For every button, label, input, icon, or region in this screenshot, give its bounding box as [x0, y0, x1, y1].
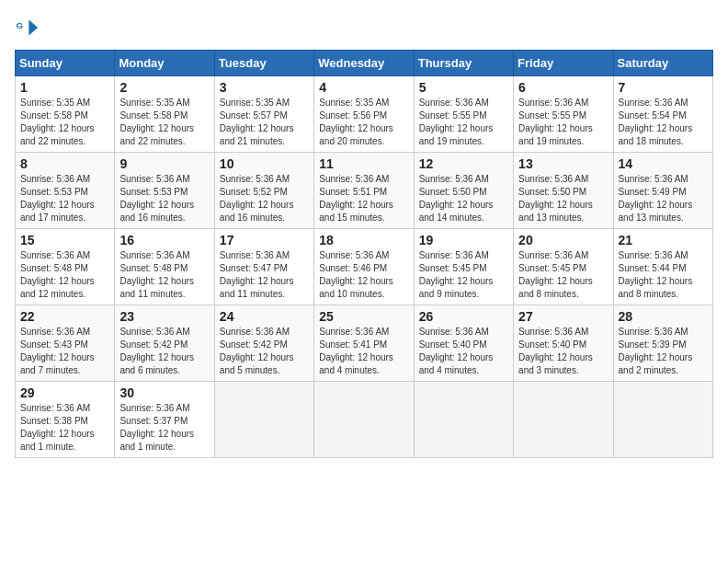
calendar-day-14: 14 Sunrise: 5:36 AMSunset: 5:49 PMDaylig…	[613, 153, 712, 229]
calendar-week-4: 22 Sunrise: 5:36 AMSunset: 5:43 PMDaylig…	[16, 305, 713, 382]
day-info: Sunrise: 5:36 AMSunset: 5:39 PMDaylight:…	[619, 327, 693, 375]
day-number: 11	[319, 156, 408, 171]
day-info: Sunrise: 5:36 AMSunset: 5:53 PMDaylight:…	[20, 174, 95, 223]
day-number: 29	[20, 385, 109, 400]
day-number: 1	[20, 80, 109, 95]
logo-icon: G	[15, 15, 40, 40]
day-number: 28	[619, 309, 708, 324]
calendar-day-1: 1 Sunrise: 5:35 AMSunset: 5:58 PMDayligh…	[16, 76, 115, 153]
day-number: 23	[119, 309, 209, 324]
day-info: Sunrise: 5:36 AMSunset: 5:55 PMDaylight:…	[518, 98, 593, 146]
calendar-day-9: 9 Sunrise: 5:36 AMSunset: 5:53 PMDayligh…	[115, 153, 214, 229]
calendar-day-24: 24 Sunrise: 5:36 AMSunset: 5:42 PMDaylig…	[214, 305, 313, 382]
day-info: Sunrise: 5:36 AMSunset: 5:44 PMDaylight:…	[619, 250, 693, 299]
day-info: Sunrise: 5:36 AMSunset: 5:45 PMDaylight:…	[518, 250, 593, 299]
calendar-day-22: 22 Sunrise: 5:36 AMSunset: 5:43 PMDaylig…	[16, 305, 115, 382]
day-info: Sunrise: 5:36 AMSunset: 5:40 PMDaylight:…	[419, 327, 494, 375]
day-number: 17	[220, 233, 309, 247]
day-number: 3	[220, 80, 309, 95]
day-info: Sunrise: 5:35 AMSunset: 5:56 PMDaylight:…	[319, 98, 393, 146]
calendar-day-8: 8 Sunrise: 5:36 AMSunset: 5:53 PMDayligh…	[16, 153, 115, 229]
day-info: Sunrise: 5:36 AMSunset: 5:38 PMDaylight:…	[20, 403, 95, 452]
calendar-day-empty	[514, 382, 613, 458]
day-number: 6	[518, 80, 608, 95]
calendar-day-27: 27 Sunrise: 5:36 AMSunset: 5:40 PMDaylig…	[514, 305, 613, 382]
day-info: Sunrise: 5:36 AMSunset: 5:53 PMDaylight:…	[119, 174, 194, 223]
day-number: 22	[20, 309, 109, 324]
day-info: Sunrise: 5:36 AMSunset: 5:42 PMDaylight:…	[119, 327, 194, 375]
day-info: Sunrise: 5:36 AMSunset: 5:51 PMDaylight:…	[319, 174, 393, 223]
calendar-header-tuesday: Tuesday	[214, 51, 313, 76]
day-number: 14	[619, 156, 708, 171]
calendar-day-12: 12 Sunrise: 5:36 AMSunset: 5:50 PMDaylig…	[414, 153, 513, 229]
day-number: 4	[319, 80, 408, 95]
calendar-day-18: 18 Sunrise: 5:36 AMSunset: 5:46 PMDaylig…	[314, 229, 414, 305]
day-info: Sunrise: 5:36 AMSunset: 5:55 PMDaylight:…	[419, 98, 494, 146]
svg-text:G: G	[16, 20, 23, 30]
calendar-day-4: 4 Sunrise: 5:35 AMSunset: 5:56 PMDayligh…	[314, 76, 414, 153]
day-number: 24	[220, 309, 309, 324]
calendar-header-friday: Friday	[514, 51, 613, 76]
calendar-day-empty	[414, 382, 513, 458]
calendar-day-13: 13 Sunrise: 5:36 AMSunset: 5:50 PMDaylig…	[514, 153, 613, 229]
day-number: 12	[419, 156, 508, 171]
day-info: Sunrise: 5:36 AMSunset: 5:54 PMDaylight:…	[619, 98, 693, 146]
calendar-header: SundayMondayTuesdayWednesdayThursdayFrid…	[16, 51, 713, 76]
calendar-day-empty	[613, 382, 712, 458]
day-number: 25	[319, 309, 408, 324]
calendar-day-5: 5 Sunrise: 5:36 AMSunset: 5:55 PMDayligh…	[414, 76, 513, 153]
day-number: 20	[518, 233, 608, 247]
calendar-day-7: 7 Sunrise: 5:36 AMSunset: 5:54 PMDayligh…	[613, 76, 712, 153]
day-number: 26	[419, 309, 508, 324]
calendar-day-19: 19 Sunrise: 5:36 AMSunset: 5:45 PMDaylig…	[414, 229, 513, 305]
day-number: 18	[319, 233, 408, 247]
calendar-header-monday: Monday	[115, 51, 214, 76]
calendar-day-26: 26 Sunrise: 5:36 AMSunset: 5:40 PMDaylig…	[414, 305, 513, 382]
calendar-week-1: 1 Sunrise: 5:35 AMSunset: 5:58 PMDayligh…	[16, 76, 713, 153]
calendar-day-6: 6 Sunrise: 5:36 AMSunset: 5:55 PMDayligh…	[514, 76, 613, 153]
calendar-header-wednesday: Wednesday	[314, 51, 414, 76]
calendar-day-28: 28 Sunrise: 5:36 AMSunset: 5:39 PMDaylig…	[613, 305, 712, 382]
calendar-day-empty	[314, 382, 414, 458]
day-info: Sunrise: 5:36 AMSunset: 5:48 PMDaylight:…	[119, 250, 194, 299]
day-number: 15	[20, 233, 109, 247]
calendar-table: SundayMondayTuesdayWednesdayThursdayFrid…	[15, 50, 713, 458]
day-info: Sunrise: 5:36 AMSunset: 5:50 PMDaylight:…	[518, 174, 593, 223]
day-info: Sunrise: 5:36 AMSunset: 5:47 PMDaylight:…	[220, 250, 294, 299]
day-info: Sunrise: 5:36 AMSunset: 5:52 PMDaylight:…	[220, 174, 294, 223]
day-info: Sunrise: 5:36 AMSunset: 5:46 PMDaylight:…	[319, 250, 393, 299]
day-info: Sunrise: 5:36 AMSunset: 5:48 PMDaylight:…	[20, 250, 95, 299]
calendar-day-10: 10 Sunrise: 5:36 AMSunset: 5:52 PMDaylig…	[214, 153, 313, 229]
calendar-day-21: 21 Sunrise: 5:36 AMSunset: 5:44 PMDaylig…	[613, 229, 712, 305]
day-info: Sunrise: 5:35 AMSunset: 5:58 PMDaylight:…	[119, 98, 194, 146]
calendar-week-5: 29 Sunrise: 5:36 AMSunset: 5:38 PMDaylig…	[16, 382, 713, 458]
day-info: Sunrise: 5:36 AMSunset: 5:37 PMDaylight:…	[119, 403, 194, 452]
day-number: 7	[619, 80, 708, 95]
day-info: Sunrise: 5:36 AMSunset: 5:49 PMDaylight:…	[619, 174, 693, 223]
calendar-day-3: 3 Sunrise: 5:35 AMSunset: 5:57 PMDayligh…	[214, 76, 313, 153]
calendar-day-2: 2 Sunrise: 5:35 AMSunset: 5:58 PMDayligh…	[115, 76, 214, 153]
day-info: Sunrise: 5:35 AMSunset: 5:58 PMDaylight:…	[20, 98, 95, 146]
day-number: 21	[619, 233, 708, 247]
day-number: 10	[220, 156, 309, 171]
calendar-day-29: 29 Sunrise: 5:36 AMSunset: 5:38 PMDaylig…	[16, 382, 115, 458]
day-number: 30	[119, 385, 209, 400]
calendar-day-23: 23 Sunrise: 5:36 AMSunset: 5:42 PMDaylig…	[115, 305, 214, 382]
calendar-day-empty	[214, 382, 313, 458]
calendar-day-11: 11 Sunrise: 5:36 AMSunset: 5:51 PMDaylig…	[314, 153, 414, 229]
calendar-day-16: 16 Sunrise: 5:36 AMSunset: 5:48 PMDaylig…	[115, 229, 214, 305]
day-info: Sunrise: 5:36 AMSunset: 5:50 PMDaylight:…	[419, 174, 494, 223]
page-header: G	[15, 15, 713, 40]
day-number: 5	[419, 80, 508, 95]
day-number: 2	[119, 80, 209, 95]
calendar-day-17: 17 Sunrise: 5:36 AMSunset: 5:47 PMDaylig…	[214, 229, 313, 305]
svg-marker-1	[28, 20, 38, 36]
day-number: 13	[518, 156, 608, 171]
calendar-header-saturday: Saturday	[613, 51, 712, 76]
logo: G	[15, 15, 44, 40]
day-number: 8	[20, 156, 109, 171]
day-info: Sunrise: 5:36 AMSunset: 5:43 PMDaylight:…	[20, 327, 95, 375]
day-number: 16	[119, 233, 209, 247]
calendar-day-15: 15 Sunrise: 5:36 AMSunset: 5:48 PMDaylig…	[16, 229, 115, 305]
calendar-week-2: 8 Sunrise: 5:36 AMSunset: 5:53 PMDayligh…	[16, 153, 713, 229]
